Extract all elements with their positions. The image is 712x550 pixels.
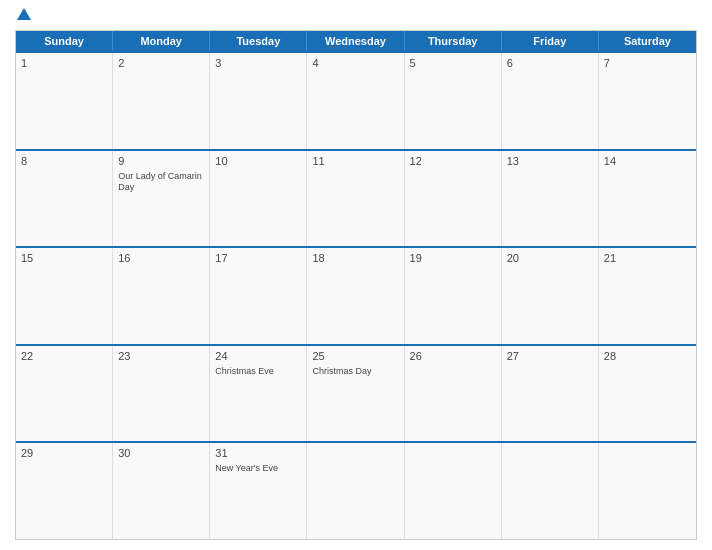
- day-number: 26: [410, 350, 496, 362]
- calendar-cell: 21: [599, 248, 696, 344]
- calendar-cell: 16: [113, 248, 210, 344]
- day-number: 31: [215, 447, 301, 459]
- header: [15, 10, 697, 22]
- day-event: Christmas Day: [312, 366, 398, 378]
- calendar-header-row: SundayMondayTuesdayWednesdayThursdayFrid…: [16, 31, 696, 51]
- weekday-header-friday: Friday: [502, 31, 599, 51]
- day-number: 8: [21, 155, 107, 167]
- weekday-header-tuesday: Tuesday: [210, 31, 307, 51]
- calendar-cell: 9Our Lady of Camarin Day: [113, 151, 210, 247]
- weekday-header-monday: Monday: [113, 31, 210, 51]
- calendar-cell: 19: [405, 248, 502, 344]
- day-event: Christmas Eve: [215, 366, 301, 378]
- day-number: 27: [507, 350, 593, 362]
- day-event: New Year's Eve: [215, 463, 301, 475]
- calendar-week-5: 293031New Year's Eve: [16, 441, 696, 539]
- calendar-cell: 31New Year's Eve: [210, 443, 307, 539]
- calendar-cell: 30: [113, 443, 210, 539]
- day-number: 10: [215, 155, 301, 167]
- calendar-week-4: 222324Christmas Eve25Christmas Day262728: [16, 344, 696, 442]
- calendar-cell: 26: [405, 346, 502, 442]
- calendar-cell: 2: [113, 53, 210, 149]
- day-number: 30: [118, 447, 204, 459]
- calendar-cell: 7: [599, 53, 696, 149]
- calendar-week-3: 15161718192021: [16, 246, 696, 344]
- calendar-cell: 10: [210, 151, 307, 247]
- calendar-cell: 13: [502, 151, 599, 247]
- day-number: 17: [215, 252, 301, 264]
- calendar-cell: 3: [210, 53, 307, 149]
- day-number: 9: [118, 155, 204, 167]
- day-number: 23: [118, 350, 204, 362]
- calendar-cell: 15: [16, 248, 113, 344]
- calendar: SundayMondayTuesdayWednesdayThursdayFrid…: [15, 30, 697, 540]
- calendar-cell: 28: [599, 346, 696, 442]
- calendar-cell: 22: [16, 346, 113, 442]
- calendar-cell: [307, 443, 404, 539]
- calendar-cell: 6: [502, 53, 599, 149]
- calendar-cell: 11: [307, 151, 404, 247]
- calendar-cell: 1: [16, 53, 113, 149]
- calendar-cell: 4: [307, 53, 404, 149]
- logo: [15, 10, 31, 22]
- calendar-cell: 24Christmas Eve: [210, 346, 307, 442]
- day-number: 20: [507, 252, 593, 264]
- calendar-cell: 5: [405, 53, 502, 149]
- day-number: 21: [604, 252, 691, 264]
- day-number: 16: [118, 252, 204, 264]
- weekday-header-sunday: Sunday: [16, 31, 113, 51]
- calendar-cell: 29: [16, 443, 113, 539]
- calendar-cell: [502, 443, 599, 539]
- day-number: 7: [604, 57, 691, 69]
- weekday-header-wednesday: Wednesday: [307, 31, 404, 51]
- calendar-cell: 18: [307, 248, 404, 344]
- calendar-cell: [405, 443, 502, 539]
- weekday-header-thursday: Thursday: [405, 31, 502, 51]
- day-number: 29: [21, 447, 107, 459]
- calendar-week-2: 89Our Lady of Camarin Day1011121314: [16, 149, 696, 247]
- weekday-header-saturday: Saturday: [599, 31, 696, 51]
- calendar-cell: 23: [113, 346, 210, 442]
- day-number: 3: [215, 57, 301, 69]
- calendar-week-1: 1234567: [16, 51, 696, 149]
- day-number: 13: [507, 155, 593, 167]
- day-number: 22: [21, 350, 107, 362]
- day-number: 18: [312, 252, 398, 264]
- day-number: 25: [312, 350, 398, 362]
- day-number: 15: [21, 252, 107, 264]
- calendar-cell: 25Christmas Day: [307, 346, 404, 442]
- day-number: 2: [118, 57, 204, 69]
- calendar-cell: 14: [599, 151, 696, 247]
- calendar-cell: 20: [502, 248, 599, 344]
- day-number: 24: [215, 350, 301, 362]
- calendar-body: 123456789Our Lady of Camarin Day10111213…: [16, 51, 696, 539]
- calendar-cell: 27: [502, 346, 599, 442]
- calendar-cell: 8: [16, 151, 113, 247]
- day-number: 11: [312, 155, 398, 167]
- day-number: 12: [410, 155, 496, 167]
- calendar-cell: 12: [405, 151, 502, 247]
- day-number: 14: [604, 155, 691, 167]
- calendar-cell: [599, 443, 696, 539]
- page: SundayMondayTuesdayWednesdayThursdayFrid…: [0, 0, 712, 550]
- calendar-cell: 17: [210, 248, 307, 344]
- day-event: Our Lady of Camarin Day: [118, 171, 204, 194]
- day-number: 19: [410, 252, 496, 264]
- day-number: 4: [312, 57, 398, 69]
- day-number: 6: [507, 57, 593, 69]
- day-number: 1: [21, 57, 107, 69]
- day-number: 28: [604, 350, 691, 362]
- logo-triangle-icon: [17, 8, 31, 20]
- day-number: 5: [410, 57, 496, 69]
